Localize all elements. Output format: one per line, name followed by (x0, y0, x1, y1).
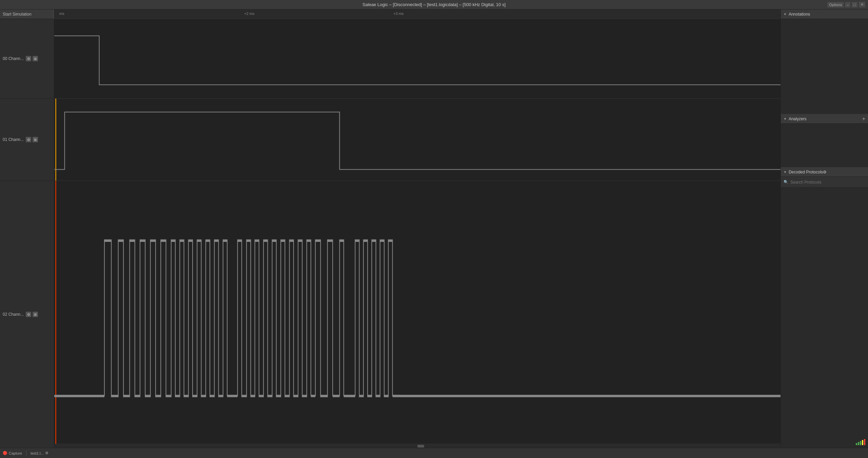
capture-icon: 🔴 (3, 451, 7, 455)
annotations-label: Annotations (789, 12, 810, 17)
waveform-area: ms +2 ms +3 ms (54, 9, 781, 448)
waveform-ch2[interactable] (54, 181, 781, 444)
level-bar-1 (856, 443, 857, 445)
channel-2-icons: ⚙ ⊞ (26, 312, 38, 317)
file-settings-icon[interactable]: ⚙ (45, 451, 48, 455)
decoded-protocols-section: ▼ Decoded Protocols ⚙ 🔍 (781, 167, 868, 448)
channel-0-icons: ⚙ ⊞ (26, 56, 38, 61)
sim-header-label: Start Simulation (3, 12, 32, 17)
analyzers-body (781, 124, 868, 167)
channel-row-1: 01 Chann... ⚙ ⊞ (0, 99, 54, 181)
level-bar-4 (862, 440, 863, 445)
search-protocols-row[interactable]: 🔍 (781, 177, 868, 188)
level-bar-5 (864, 439, 865, 445)
ch1-panel: 01 Chann... ⚙ ⊞ (0, 99, 54, 181)
timeline-marker-0: ms (59, 12, 64, 16)
timeline-marker-2: +3 ms (393, 12, 403, 16)
analyzers-label: Analyzers (789, 117, 807, 121)
channel-1-expand[interactable]: ⊞ (33, 137, 38, 142)
channel-1-gear[interactable]: ⚙ (26, 137, 31, 142)
maximize-button[interactable]: □ (852, 2, 857, 7)
waveform-ch0[interactable] (54, 19, 781, 99)
level-bar-2 (858, 442, 859, 445)
analyzers-triangle: ▼ (784, 117, 787, 121)
channel-panel: Start Simulation 00 Chann... ⚙ ⊞ 01 Chan… (0, 9, 54, 448)
channel-2-label: 02 Chann... (3, 312, 24, 317)
analyzers-header: ▼ Analyzers + (781, 114, 868, 124)
annotations-triangle: ▼ (784, 13, 787, 16)
decoded-protocols-gear[interactable]: ⚙ (823, 170, 827, 174)
ch0-panel: 00 Chann... ⚙ ⊞ (0, 19, 54, 99)
decoded-protocols-body (781, 188, 868, 448)
title-bar: Saleae Logic – [Disconnected] – [test1.l… (0, 0, 868, 9)
sim-header[interactable]: Start Simulation (0, 9, 54, 19)
analyzers-add-button[interactable]: + (862, 116, 865, 122)
channel-2-gear[interactable]: ⚙ (26, 312, 31, 317)
timeline-marker-1: +2 ms (244, 12, 254, 16)
ch1-waveform-svg (54, 99, 781, 181)
waveform-scrollbar[interactable] (54, 444, 781, 448)
waveform-ch1[interactable] (54, 99, 781, 181)
minimize-button[interactable]: – (845, 2, 850, 7)
level-bar-3 (860, 441, 861, 445)
annotations-section: ▼ Annotations (781, 9, 868, 114)
channel-0-label: 00 Chann... (3, 56, 24, 61)
title-bar-text: Saleae Logic – [Disconnected] – [test1.l… (362, 2, 506, 7)
close-button[interactable]: ✕ (859, 2, 865, 7)
ch2-panel: 02 Chann... ⚙ ⊞ (0, 181, 54, 448)
channel-row-0: 00 Chann... ⚙ ⊞ (0, 19, 54, 98)
ch0-waveform-svg (54, 19, 781, 98)
title-bar-controls[interactable]: Options – □ ✕ (827, 2, 865, 7)
file-label: test1.l... (31, 451, 44, 455)
status-bar: 🔴 Capture test1.l... ⚙ (0, 448, 868, 458)
options-menu[interactable]: Options (827, 2, 844, 7)
capture-button[interactable]: 🔴 Capture (3, 451, 22, 455)
annotations-body (781, 19, 868, 114)
status-separator-1 (26, 451, 26, 456)
decoded-protocols-label: Decoded Protocols (789, 170, 823, 174)
analyzers-section: ▼ Analyzers + (781, 114, 868, 167)
annotations-header: ▼ Annotations (781, 9, 868, 19)
search-protocols-input[interactable] (790, 180, 865, 185)
timeline-header: ms +2 ms +3 ms (54, 9, 781, 19)
ch2-waveform-svg (54, 181, 781, 444)
right-panel: ▼ Annotations ▼ Analyzers + ▼ Decoded Pr… (781, 9, 868, 448)
channel-0-expand[interactable]: ⊞ (33, 56, 38, 61)
decoded-protocols-triangle: ▼ (784, 170, 787, 174)
search-protocols-icon: 🔍 (784, 180, 788, 184)
level-indicators (856, 439, 865, 445)
channel-row-2: 02 Chann... ⚙ ⊞ (0, 181, 54, 448)
channel-2-expand[interactable]: ⊞ (33, 312, 38, 317)
main-layout: Start Simulation 00 Chann... ⚙ ⊞ 01 Chan… (0, 9, 868, 448)
file-tab[interactable]: test1.l... ⚙ (31, 451, 48, 455)
decoded-protocols-header: ▼ Decoded Protocols ⚙ (781, 167, 868, 177)
channel-1-label: 01 Chann... (3, 137, 24, 142)
scrollbar-thumb[interactable] (417, 445, 424, 447)
channel-0-gear[interactable]: ⚙ (26, 56, 31, 61)
channel-1-icons: ⚙ ⊞ (26, 137, 38, 142)
capture-label: Capture (9, 451, 22, 455)
